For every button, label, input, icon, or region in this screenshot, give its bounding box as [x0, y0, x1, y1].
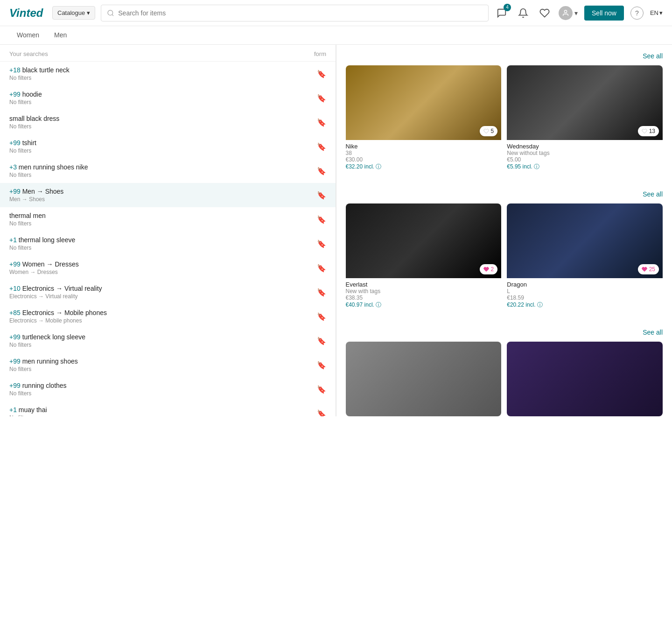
product-condition: L [507, 288, 663, 294]
search-item-0[interactable]: +18 black turtle neck No filters 🔖 [0, 62, 336, 86]
product-image: 13 [507, 65, 663, 140]
product-image [507, 342, 663, 416]
product-card-wednesday[interactable]: 13 Wednesday New without tags €5.00 €5.9… [507, 65, 663, 174]
logo[interactable]: Vinted [9, 7, 47, 20]
messages-badge: 4 [504, 4, 511, 11]
product-price-incl: €5.95 incl. ⓘ [507, 163, 663, 171]
search-item-6[interactable]: thermal men No filters 🔖 [0, 207, 336, 231]
chevron-down-icon: ▾ [574, 9, 578, 17]
product-card-dragon[interactable]: 25 Dragon L €18.59 €20.22 incl. ⓘ [507, 203, 663, 312]
favourites-see-all[interactable]: See all [643, 190, 663, 198]
product-image: 5 [346, 65, 502, 140]
product-price-incl: €20.22 incl. ⓘ [507, 301, 663, 309]
search-item-9[interactable]: +10 Electronics → Virtual reality Electr… [0, 280, 336, 304]
search-item-11[interactable]: +99 turtleneck long sleeve No filters 🔖 [0, 329, 336, 353]
search-item-12[interactable]: +99 men running shoes No filters 🔖 [0, 353, 336, 377]
product-brand: Everlast [346, 281, 502, 288]
rdx-product-card-2[interactable] [507, 342, 663, 416]
header-right: 4 ▾ Sell now ? EN ▾ [494, 6, 663, 21]
bookmark-icon[interactable]: 🔖 [317, 337, 326, 345]
rdx-product-card-1[interactable] [346, 342, 502, 416]
nav-tab-men[interactable]: Men [47, 26, 74, 45]
catalogue-label: Catalogue [57, 9, 85, 16]
svg-point-0 [108, 10, 113, 15]
search-item-2[interactable]: small black dress No filters 🔖 [0, 110, 336, 134]
main-content: Recomme... Philips Very good €30.00 €32.… [0, 45, 672, 416]
bookmark-icon[interactable]: 🔖 [317, 142, 326, 151]
recommended-grid: 5 Nike 38 €30.00 €32.20 incl. ⓘ [346, 65, 663, 174]
search-dropdown: Your searches form +18 black turtle neck… [0, 45, 336, 416]
search-item-5[interactable]: +99 Men → Shoes Men → Shoes 🔖 [0, 183, 336, 207]
form-label: form [314, 50, 326, 57]
search-item-title: +18 black turtle neck [9, 66, 70, 74]
search-item-1[interactable]: +99 hoodie No filters 🔖 [0, 86, 336, 110]
svg-point-2 [564, 10, 567, 13]
like-badge: 25 [638, 264, 659, 274]
sell-now-button[interactable]: Sell now [584, 6, 624, 21]
product-price-incl: €32.20 incl. ⓘ [346, 163, 502, 171]
favourites-section-header: See all [346, 183, 663, 203]
bookmark-icon[interactable]: 🔖 [317, 167, 326, 175]
product-price-incl: €40.97 incl. ⓘ [346, 301, 502, 309]
product-card-everlast[interactable]: 2 Everlast New with tags €38.35 €40.97 i… [346, 203, 502, 312]
nav-tab-women[interactable]: Women [9, 26, 47, 45]
chevron-down-icon: ▾ [87, 9, 90, 16]
bookmark-icon[interactable]: 🔖 [317, 70, 326, 78]
search-item-4[interactable]: +3 men running shoes nike No filters 🔖 [0, 159, 336, 183]
bookmark-icon[interactable]: 🔖 [317, 361, 326, 370]
search-item-14[interactable]: +1 muay thai No filters 🔖 [0, 401, 336, 416]
notifications-button[interactable] [516, 6, 531, 21]
product-brand: Dragon [507, 281, 663, 288]
search-item-10[interactable]: +85 Electronics → Mobile phones Electron… [0, 304, 336, 329]
bookmark-icon[interactable]: 🔖 [317, 409, 326, 417]
bookmark-icon[interactable]: 🔖 [317, 239, 326, 248]
product-image [346, 342, 502, 416]
bookmark-icon[interactable]: 🔖 [317, 215, 326, 224]
product-brand: Wednesday [507, 143, 663, 150]
product-condition: New with tags [346, 288, 502, 294]
product-info: Nike 38 €30.00 €32.20 incl. ⓘ [346, 140, 502, 174]
search-item-8[interactable]: +99 Women → Dresses Women → Dresses 🔖 [0, 256, 336, 280]
product-info: Wednesday New without tags €5.00 €5.95 i… [507, 140, 663, 174]
your-searches-label: Your searches [9, 50, 48, 57]
bookmark-icon[interactable]: 🔖 [317, 191, 326, 200]
search-icon [107, 9, 114, 17]
recommended-see-all[interactable]: See all [643, 52, 663, 60]
search-item-7[interactable]: +1 thermal long sleeve No filters 🔖 [0, 231, 336, 256]
bookmark-icon[interactable]: 🔖 [317, 264, 326, 273]
product-card-nike[interactable]: 5 Nike 38 €30.00 €32.20 incl. ⓘ [346, 65, 502, 174]
bookmark-icon[interactable]: 🔖 [317, 312, 326, 321]
product-info: Dragon L €18.59 €20.22 incl. ⓘ [507, 278, 663, 312]
help-button[interactable]: ? [630, 7, 644, 20]
product-info: Everlast New with tags €38.35 €40.97 inc… [346, 278, 502, 312]
right-panel: See all 5 Nike 38 €30.00 €32.20 in [336, 45, 672, 416]
bookmark-icon[interactable]: 🔖 [317, 288, 326, 297]
header: Vinted Catalogue ▾ 4 [0, 0, 672, 26]
messages-button[interactable]: 4 [494, 6, 509, 21]
product-price-orig: €5.00 [507, 156, 663, 163]
search-item-left: +18 black turtle neck No filters [9, 66, 70, 81]
like-badge: 5 [480, 126, 498, 136]
product-price-orig: €18.59 [507, 294, 663, 301]
svg-line-1 [112, 14, 113, 16]
chevron-down-icon: ▾ [659, 9, 663, 16]
bookmark-icon[interactable]: 🔖 [317, 385, 326, 394]
product-image: 2 [346, 203, 502, 278]
catalogue-button[interactable]: Catalogue ▾ [52, 6, 95, 20]
product-brand: Nike [346, 143, 502, 150]
product-image: 25 [507, 203, 663, 278]
product-price-orig: €38.35 [346, 294, 502, 301]
search-input[interactable] [118, 9, 483, 17]
language-button[interactable]: EN ▾ [650, 9, 663, 16]
rdx-section-header: See all [346, 321, 663, 342]
bookmark-icon[interactable]: 🔖 [317, 118, 326, 127]
rdx-see-all[interactable]: See all [643, 329, 663, 336]
search-item-3[interactable]: +99 tshirt No filters 🔖 [0, 134, 336, 159]
avatar[interactable]: ▾ [559, 6, 578, 21]
recommended-section-header: See all [346, 45, 663, 65]
bookmark-icon[interactable]: 🔖 [317, 94, 326, 103]
like-badge: 13 [638, 126, 659, 136]
product-condition: New without tags [507, 150, 663, 156]
search-item-13[interactable]: +99 running clothes No filters 🔖 [0, 377, 336, 401]
wishlist-button[interactable] [537, 6, 552, 21]
